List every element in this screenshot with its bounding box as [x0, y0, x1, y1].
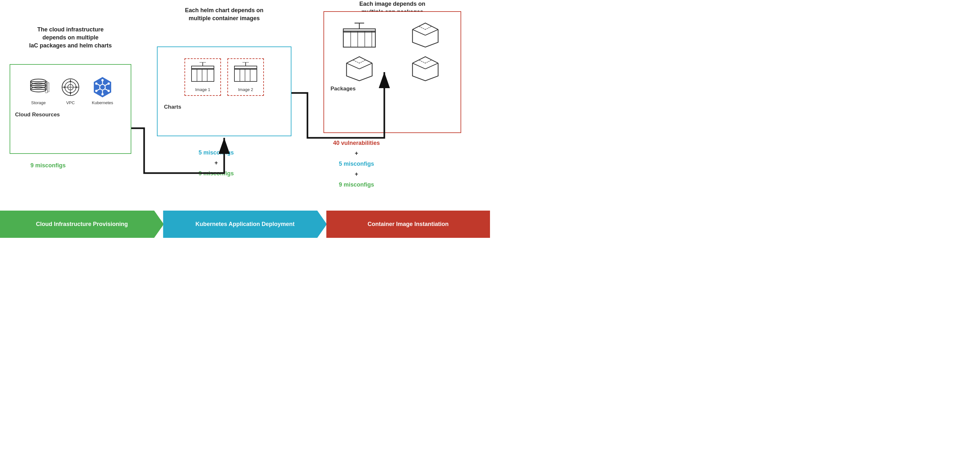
- diagram-container: The cloud infrastructuredepends on multi…: [0, 0, 490, 238]
- image2-label: Image 2: [238, 87, 253, 92]
- svg-point-25: [102, 93, 104, 95]
- banner-cloud: Cloud Infrastructure Provisioning: [0, 211, 164, 238]
- bottom-banner: Cloud Infrastructure Provisioning Kubern…: [0, 211, 490, 238]
- charts-box: Image 1 Image 2 Charts: [157, 46, 291, 136]
- svg-line-55: [360, 63, 372, 69]
- desc-cloud: The cloud infrastructuredepends on multi…: [10, 26, 131, 50]
- svg-marker-12: [70, 80, 72, 82]
- svg-point-24: [102, 79, 104, 81]
- banner-kubernetes: Kubernetes Application Deployment: [163, 211, 327, 238]
- svg-line-53: [425, 29, 438, 35]
- cloud-misconfigs-stat: 9 misconfigs: [30, 160, 66, 171]
- vpc-icon-item: VPC: [59, 76, 82, 105]
- svg-rect-44: [343, 31, 375, 47]
- pkg-plus2: +: [355, 171, 358, 177]
- svg-rect-37: [234, 69, 257, 81]
- package-icon-3: [343, 54, 375, 82]
- packages-stat: 40 vulnerabilities + 5 misconfigs + 9 mi…: [333, 138, 380, 190]
- pkg-vulns: 40 vulnerabilities: [333, 140, 380, 146]
- pkg-misconfigs2: 9 misconfigs: [339, 181, 374, 188]
- helm-misconfigs-5: 5 misconfigs: [199, 149, 234, 156]
- storage-icon-item: Storage: [27, 76, 49, 105]
- svg-line-56: [412, 63, 425, 69]
- banner-cloud-label: Cloud Infrastructure Provisioning: [23, 221, 141, 228]
- helm-plus1: +: [215, 160, 218, 166]
- svg-line-54: [347, 63, 360, 69]
- kubernetes-label: Kubernetes: [92, 100, 113, 105]
- desc-helm: Each helm chart depends onmultiple conta…: [154, 6, 294, 22]
- banner-container-label: Container Image Instantiation: [355, 221, 461, 228]
- cloud-resources-box: Storage VPC: [10, 64, 131, 154]
- svg-rect-45: [343, 29, 375, 32]
- vpc-label: VPC: [66, 100, 75, 105]
- helm-misconfigs-stat: 5 misconfigs + 9 misconfigs: [199, 147, 234, 179]
- packages-label: Packages: [329, 86, 456, 92]
- package-icon-1: [342, 20, 377, 49]
- storage-label: Storage: [31, 100, 46, 105]
- svg-marker-13: [70, 92, 72, 95]
- kubernetes-icon-item: Kubernetes: [91, 76, 114, 105]
- svg-marker-15: [76, 86, 78, 88]
- svg-line-52: [412, 29, 425, 35]
- charts-label: Charts: [162, 104, 286, 110]
- storage-icon: [27, 76, 49, 98]
- banner-container: Container Image Instantiation: [326, 211, 490, 238]
- svg-point-29: [108, 90, 110, 92]
- pkg-misconfigs1: 5 misconfigs: [339, 161, 374, 167]
- vpc-icon: [59, 76, 82, 98]
- svg-point-27: [108, 82, 110, 85]
- image1-box: Image 1: [185, 58, 221, 96]
- svg-point-28: [95, 90, 97, 92]
- svg-rect-30: [191, 69, 214, 81]
- kubernetes-icon: [91, 76, 114, 98]
- pkg-plus1: +: [355, 150, 358, 157]
- package-icon-4: [409, 54, 441, 82]
- container-image2-icon: [233, 62, 258, 85]
- cloud-resources-label: Cloud Resources: [15, 112, 126, 118]
- svg-point-26: [95, 82, 97, 85]
- banner-kubernetes-label: Kubernetes Application Deployment: [183, 221, 307, 228]
- svg-line-57: [425, 63, 438, 69]
- package-icon-2: [409, 20, 441, 49]
- image2-box: Image 2: [228, 58, 264, 96]
- svg-marker-14: [63, 86, 65, 88]
- container-image1-icon: [190, 62, 216, 85]
- packages-box: Packages: [323, 11, 461, 133]
- image1-label: Image 1: [196, 87, 210, 92]
- helm-misconfigs-9: 9 misconfigs: [199, 170, 234, 177]
- main-area: The cloud infrastructuredepends on multi…: [0, 0, 490, 211]
